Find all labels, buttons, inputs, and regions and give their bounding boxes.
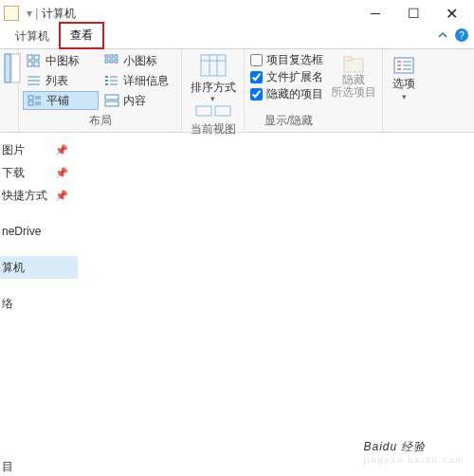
sidebar-item-downloads[interactable]: 下载📌 <box>0 161 78 184</box>
window-controls: ─ ☐ ✕ <box>356 2 470 25</box>
svg-rect-34 <box>215 106 230 116</box>
layout-label: 内容 <box>123 93 146 109</box>
svg-rect-5 <box>34 62 39 66</box>
sidebar-item-label: 图片 <box>2 142 25 158</box>
svg-rect-8 <box>115 55 118 58</box>
minimize-ribbon-icon[interactable] <box>436 28 449 42</box>
svg-rect-7 <box>110 55 113 58</box>
status-text: 目 <box>2 459 13 475</box>
group-label-show-hide: 显示/隐藏 <box>248 111 329 132</box>
nav-pane-group <box>0 49 19 132</box>
app-icon <box>4 6 19 21</box>
svg-rect-21 <box>28 96 33 100</box>
sidebar-item-label: 快捷方式 <box>2 188 47 204</box>
help-icon[interactable]: ? <box>455 28 468 42</box>
navigation-sidebar: 图片📌 下载📌 快捷方式📌 neDrive 算机 络 <box>0 133 78 476</box>
svg-rect-29 <box>201 55 226 76</box>
sidebar-item-label: neDrive <box>2 225 41 238</box>
ribbon: 中图标 小图标 列表 详细信息 平铺 内容 布局 排序方式 ▾ 当前视图 项目复… <box>0 49 474 133</box>
watermark: Baidu 经验 jingyan.baidu.com <box>363 433 465 465</box>
hidden-items-toggle[interactable] <box>250 88 263 101</box>
layout-label: 中图标 <box>46 53 80 69</box>
svg-rect-17 <box>105 80 108 82</box>
tiles-icon <box>27 94 43 107</box>
pin-icon: 📌 <box>55 144 68 156</box>
layout-content[interactable]: 内容 <box>100 91 176 110</box>
chk-label: 项目复选框 <box>266 52 323 68</box>
svg-rect-36 <box>344 57 352 61</box>
watermark-main: Baidu 经验 <box>363 440 426 453</box>
hide-icon <box>342 55 365 74</box>
svg-rect-19 <box>105 83 108 85</box>
list-icon <box>27 74 42 87</box>
layout-small-icons[interactable]: 小图标 <box>100 51 176 70</box>
svg-rect-0 <box>5 54 10 82</box>
sidebar-item-network[interactable]: 络 <box>0 292 78 315</box>
layout-medium-icons[interactable]: 中图标 <box>23 51 99 70</box>
svg-rect-3 <box>34 55 39 60</box>
layout-tiles[interactable]: 平铺 <box>23 91 99 110</box>
svg-rect-15 <box>105 76 108 78</box>
options-label: 选项 <box>392 76 415 92</box>
tab-computer[interactable]: 计算机 <box>6 25 59 48</box>
layout-group: 中图标 小图标 列表 详细信息 平铺 内容 布局 <box>19 49 182 132</box>
hide-label: 隐藏 所选项目 <box>331 74 376 99</box>
svg-rect-10 <box>110 60 113 63</box>
tab-view[interactable]: 查看 <box>59 22 104 49</box>
sidebar-item-label: 算机 <box>2 260 25 276</box>
sort-label: 排序方式 <box>191 82 236 94</box>
title-separator: ▾ | <box>27 7 38 20</box>
svg-rect-28 <box>105 101 118 106</box>
add-columns-icon[interactable] <box>194 105 232 119</box>
status-bar: 目 <box>0 457 57 476</box>
show-hide-group: 项目复选框 文件扩展名 隐藏的项目 显示/隐藏 隐藏 所选项目 <box>245 49 383 132</box>
layout-details[interactable]: 详细信息 <box>100 71 176 90</box>
layout-label: 详细信息 <box>123 73 169 89</box>
svg-rect-4 <box>27 62 32 66</box>
sidebar-item-shortcuts[interactable]: 快捷方式📌 <box>0 184 78 207</box>
svg-rect-33 <box>196 106 211 116</box>
layout-label: 平铺 <box>46 93 69 109</box>
maximize-button[interactable]: ☐ <box>394 2 432 25</box>
svg-rect-11 <box>115 60 118 63</box>
content-area: 图片📌 下载📌 快捷方式📌 neDrive 算机 络 <box>0 133 474 476</box>
pin-icon: 📌 <box>55 167 68 179</box>
small-grid-icon <box>104 54 119 67</box>
file-extensions-toggle[interactable] <box>250 71 263 83</box>
pin-icon: 📌 <box>55 190 68 202</box>
options-group: 选项 ▾ <box>383 49 425 132</box>
chk-label: 文件扩展名 <box>266 69 323 85</box>
hide-selected-button[interactable]: 隐藏 所选项目 <box>329 51 378 132</box>
svg-rect-9 <box>105 60 108 63</box>
sidebar-item-label: 下载 <box>2 165 25 181</box>
close-button[interactable]: ✕ <box>432 2 470 25</box>
ribbon-tabs: 计算机 查看 ? <box>0 27 474 49</box>
layout-label: 小图标 <box>123 53 157 69</box>
sidebar-item-label: 络 <box>2 296 13 312</box>
svg-rect-24 <box>28 101 33 105</box>
sort-button[interactable] <box>198 53 228 80</box>
details-icon <box>104 74 119 87</box>
layout-label: 列表 <box>46 73 68 89</box>
chk-label: 隐藏的项目 <box>266 86 323 102</box>
svg-rect-27 <box>105 95 118 100</box>
options-button[interactable] <box>392 57 415 76</box>
svg-rect-2 <box>27 55 32 60</box>
options-dropdown-icon[interactable]: ▾ <box>402 92 407 101</box>
svg-rect-6 <box>105 55 108 58</box>
item-checkboxes-toggle[interactable] <box>250 54 263 66</box>
content-icon <box>104 94 119 107</box>
watermark-sub: jingyan.baidu.com <box>363 455 465 465</box>
sidebar-item-onedrive[interactable]: neDrive <box>0 220 78 243</box>
file-view-area[interactable] <box>78 133 474 476</box>
sidebar-item-computer[interactable]: 算机 <box>0 256 78 279</box>
group-label-layout: 布局 <box>23 111 177 132</box>
grid-icon <box>27 54 42 67</box>
window-title: 计算机 <box>42 6 76 22</box>
sort-dropdown-icon[interactable]: ▾ <box>210 94 215 103</box>
layout-list[interactable]: 列表 <box>23 71 99 90</box>
sidebar-item-pictures[interactable]: 图片📌 <box>0 138 78 161</box>
current-view-group: 排序方式 ▾ 当前视图 <box>182 49 245 132</box>
minimize-button[interactable]: ─ <box>356 2 394 25</box>
